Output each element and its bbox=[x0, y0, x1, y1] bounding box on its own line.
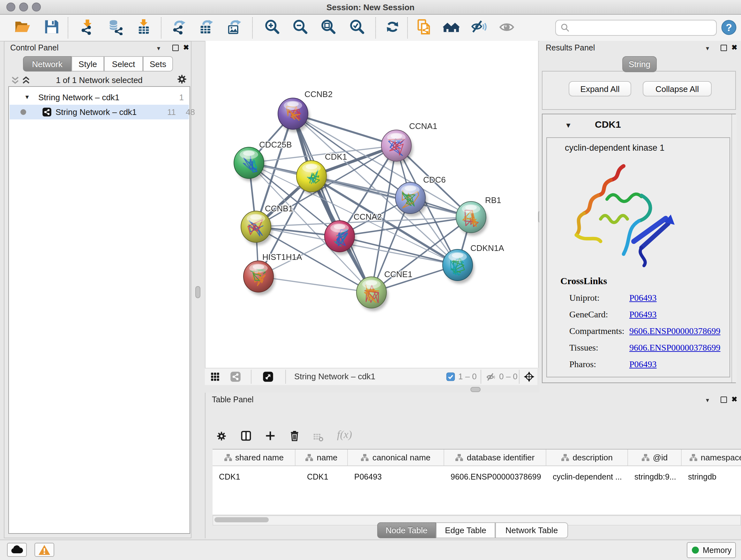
table-panel-close-icon[interactable]: ✖ bbox=[731, 396, 737, 403]
expand-all-button[interactable]: Expand All bbox=[569, 81, 631, 97]
column-type-icon bbox=[689, 453, 697, 462]
network-graph[interactable]: CCNB2CCNA1CDC25BCDK1CDC6RB1CCNB1CCNA2CDK… bbox=[205, 41, 538, 368]
table-column-header[interactable]: canonical name bbox=[348, 449, 444, 465]
collapse-all-button[interactable]: Collapse All bbox=[643, 81, 712, 97]
left-splitter-handle[interactable] bbox=[195, 286, 200, 298]
table-column-header[interactable]: shared name bbox=[212, 449, 295, 465]
export-network-button[interactable] bbox=[170, 18, 188, 37]
table-panel-collapse-icon[interactable]: ▾ bbox=[706, 397, 709, 403]
node-table: shared namenamecanonical namedatabase id… bbox=[212, 449, 741, 525]
scrollbar-thumb[interactable] bbox=[214, 517, 269, 522]
tab-edge-table[interactable]: Edge Table bbox=[436, 522, 495, 538]
cloud-button[interactable] bbox=[7, 543, 27, 557]
network-tree-child-row[interactable]: String Network – cdk1 11 48 bbox=[10, 105, 189, 119]
crosslink-value-link[interactable]: 9606.ENSP00000378699 bbox=[629, 326, 720, 336]
tab-style[interactable]: Style bbox=[71, 56, 104, 71]
zoom-in-button[interactable] bbox=[263, 18, 281, 37]
network-view-toolbar: String Network – cdk1 1 – 0 0 – 0 bbox=[205, 368, 537, 385]
export-table-button[interactable] bbox=[197, 18, 215, 37]
search-input[interactable] bbox=[572, 22, 714, 34]
crosslink-value-link[interactable]: P06493 bbox=[629, 310, 657, 320]
control-panel-float-icon[interactable] bbox=[172, 45, 179, 51]
table-column-header[interactable]: database identifier bbox=[444, 449, 546, 465]
delete-column-trash-icon[interactable] bbox=[288, 430, 300, 444]
show-home-button[interactable] bbox=[442, 18, 460, 37]
network-node[interactable]: CDKN1A bbox=[443, 243, 504, 284]
network-view-share-icon[interactable] bbox=[230, 371, 241, 385]
zoom-selected-button[interactable] bbox=[348, 18, 366, 37]
refresh-view-button[interactable] bbox=[384, 18, 401, 37]
help-button[interactable]: ? bbox=[720, 19, 738, 37]
import-network-file-button[interactable] bbox=[78, 18, 96, 37]
network-tree-root-row[interactable]: ▼ String Network – cdk1 1 bbox=[10, 91, 189, 105]
export-image-button[interactable] bbox=[225, 18, 243, 37]
node-label: CCNE1 bbox=[384, 269, 412, 279]
network-node[interactable]: RB1 bbox=[456, 195, 501, 236]
bottom-splitter-handle[interactable] bbox=[470, 387, 481, 392]
zoom-out-button[interactable] bbox=[291, 18, 309, 37]
crosslink-row: Pharos:P06493 bbox=[547, 358, 731, 374]
results-scrollbar[interactable] bbox=[731, 114, 737, 382]
network-node-count: 11 bbox=[167, 107, 176, 117]
grid-view-icon[interactable] bbox=[210, 372, 220, 384]
crosslink-value-link[interactable]: P06493 bbox=[629, 360, 657, 370]
results-panel-close-icon[interactable]: ✖ bbox=[731, 44, 737, 51]
memory-button[interactable]: Memory bbox=[687, 542, 736, 558]
network-node[interactable]: CDC6 bbox=[395, 175, 446, 216]
gene-section-collapse-icon[interactable]: ▼ bbox=[565, 121, 572, 129]
results-panel-float-icon[interactable] bbox=[721, 45, 727, 51]
control-panel-collapse-icon[interactable]: ▾ bbox=[157, 45, 160, 52]
clone-network-button[interactable] bbox=[415, 18, 433, 37]
table-header-row: shared namenamecanonical namedatabase id… bbox=[212, 449, 741, 466]
save-session-button[interactable] bbox=[43, 18, 61, 37]
show-all-button[interactable] bbox=[498, 18, 516, 37]
birds-eye-view-icon[interactable] bbox=[523, 371, 535, 385]
table-column-header[interactable]: name bbox=[295, 449, 348, 465]
network-edge[interactable] bbox=[259, 276, 372, 293]
network-node[interactable]: HIST1H1A bbox=[244, 252, 302, 295]
table-column-header[interactable]: @id bbox=[628, 449, 682, 465]
network-node[interactable]: CCNE1 bbox=[356, 269, 412, 311]
network-node[interactable]: CDC25B bbox=[234, 140, 292, 181]
selected-checkbox-icon[interactable] bbox=[446, 372, 455, 384]
network-node[interactable]: CDK1 bbox=[296, 152, 347, 195]
network-export-icon bbox=[171, 27, 187, 37]
crosslink-value-link[interactable]: 9606.ENSP00000378699 bbox=[629, 343, 720, 353]
warning-button[interactable] bbox=[35, 543, 54, 557]
open-session-button[interactable] bbox=[13, 18, 31, 37]
tab-network-table[interactable]: Network Table bbox=[495, 522, 568, 538]
houses-icon bbox=[443, 27, 460, 37]
crosslink-value-link[interactable]: P06493 bbox=[629, 293, 657, 303]
tab-sets[interactable]: Sets bbox=[143, 56, 173, 71]
table-panel-float-icon[interactable] bbox=[721, 396, 727, 403]
tab-node-table[interactable]: Node Table bbox=[377, 522, 436, 538]
network-canvas[interactable]: CCNB2CCNA1CDC25BCDK1CDC6RB1CCNB1CCNA2CDK… bbox=[205, 41, 539, 368]
network-tree: ▼ String Network – cdk1 1 String Network… bbox=[8, 86, 190, 534]
results-tab-string[interactable]: String bbox=[622, 56, 657, 72]
tree-collapse-icon[interactable]: ▼ bbox=[24, 94, 30, 100]
column-type-icon bbox=[361, 453, 369, 462]
zoom-fit-button[interactable] bbox=[319, 18, 337, 37]
tab-network[interactable]: Network bbox=[23, 56, 71, 71]
show-columns-icon[interactable] bbox=[240, 430, 252, 444]
results-panel-collapse-icon[interactable]: ▾ bbox=[706, 45, 709, 52]
eye-slash-icon bbox=[470, 27, 487, 37]
import-network-database-button[interactable] bbox=[107, 18, 125, 37]
network-node[interactable]: CCNB2 bbox=[278, 89, 333, 132]
network-options-gear-icon[interactable] bbox=[176, 73, 188, 87]
control-panel-title: Control Panel bbox=[10, 44, 59, 52]
database-import-icon bbox=[107, 27, 124, 37]
import-network-icon bbox=[79, 27, 96, 37]
table-column-header[interactable]: description bbox=[546, 449, 628, 465]
network-node[interactable]: CCNA1 bbox=[381, 121, 437, 164]
table-column-header[interactable]: namespace bbox=[682, 449, 741, 465]
hide-selection-button[interactable] bbox=[470, 18, 488, 37]
tab-select[interactable]: Select bbox=[104, 56, 143, 71]
table-settings-gear-icon[interactable] bbox=[216, 430, 227, 444]
add-column-icon[interactable] bbox=[264, 430, 276, 444]
control-panel-close-icon[interactable]: ✖ bbox=[183, 44, 189, 51]
import-table-button[interactable] bbox=[135, 18, 152, 37]
crosslink-label: GeneCard: bbox=[569, 310, 608, 320]
table-row[interactable]: CDK1CDK1P064939606.ENSP00000378699cyclin… bbox=[212, 466, 741, 487]
open-view-icon[interactable] bbox=[262, 371, 274, 385]
